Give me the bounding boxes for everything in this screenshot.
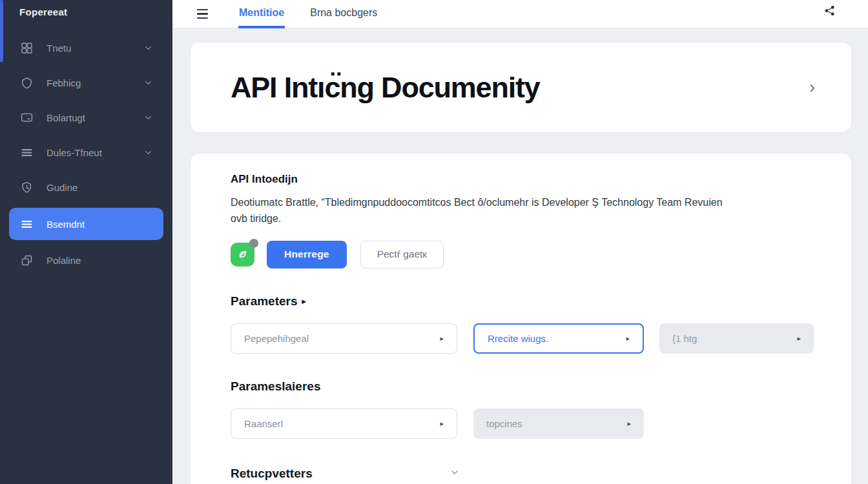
sidebar-item-gudine[interactable]: Gudine xyxy=(9,173,163,201)
sidebar-item-polaline[interactable]: Polaline xyxy=(9,246,163,274)
returns-section-header[interactable]: Retucpvetters xyxy=(231,467,460,481)
triangle-right-icon: ▸ xyxy=(440,419,444,428)
sidebar-item-label: Gudine xyxy=(46,182,78,193)
clock-badge-icon xyxy=(19,180,34,194)
chevron-down-icon xyxy=(143,78,153,88)
triangle-right-icon: ▸ xyxy=(440,334,444,343)
chevron-down-icon[interactable] xyxy=(450,467,460,480)
description-line-2: ovb tiridge. xyxy=(231,213,281,224)
action-row: Hnerrege Pectŕ gaetк xyxy=(231,241,814,268)
sidebar-item-label: Tnetu xyxy=(46,43,71,54)
grid-icon xyxy=(19,41,34,55)
sidebar-nav: Tnetu Febhicg Bolartugt xyxy=(0,34,172,274)
parameters-heading: Parameters ▸ xyxy=(231,294,814,308)
dropdown-row-1: Pepepehihgeal ▸ Rrecite wiugs. ▸ {1 htg … xyxy=(231,323,814,354)
sidebar-item-tnetu[interactable]: Tnetu xyxy=(9,34,163,62)
section-title: API Intoedijn xyxy=(231,173,814,186)
parameters2-heading: Parameslaieres xyxy=(231,379,814,394)
menu-lines-icon xyxy=(19,145,34,159)
tab-bar: Mentitioe Brna bocbgers xyxy=(238,0,402,28)
sidebar: Fopereeat Tnetu Febhicg Bolartugt xyxy=(0,0,172,484)
app-title: Fopereeat xyxy=(0,4,172,17)
top-bar: Mentitioe Brna bocbgers xyxy=(172,0,868,28)
shield-icon xyxy=(19,76,34,90)
dropdown-raanserl[interactable]: Raanserl ▸ xyxy=(231,408,457,439)
green-leaf-app-icon xyxy=(231,243,254,267)
chevron-down-icon xyxy=(143,113,153,123)
sidebar-item-label: Bsemdnt xyxy=(46,219,85,230)
dropdown-rrecite-wiugs-focused[interactable]: Rrecite wiugs. ▸ xyxy=(473,323,644,354)
notification-dot-badge xyxy=(249,239,258,248)
sidebar-item-label: Bolartugt xyxy=(46,112,85,123)
page-title: API Intıc̈ng Documenity xyxy=(231,71,805,105)
chevron-down-icon xyxy=(143,43,153,53)
sidebar-item-bolartugt[interactable]: Bolartugt xyxy=(9,103,163,132)
menu-lines-icon xyxy=(19,217,34,231)
triangle-right-icon: ▸ xyxy=(302,297,306,306)
sidebar-item-label: Febhicg xyxy=(46,77,81,88)
api-doc-card: API Intoedijn Deotiumatc Brattle, “Tbled… xyxy=(191,154,851,484)
sidebar-item-dules-tfneut[interactable]: Dules-Tfneut xyxy=(9,138,163,166)
hamburger-menu-icon[interactable] xyxy=(197,9,208,19)
sidebar-item-febhicg[interactable]: Febhicg xyxy=(9,68,163,97)
sidebar-item-bsemdnt-selected[interactable]: Bsemdnt xyxy=(9,208,163,240)
monitor-icon xyxy=(19,110,34,125)
chevron-down-icon xyxy=(143,148,153,157)
returns-heading: Retucpvetters xyxy=(231,467,313,481)
content-scroll-area[interactable]: API Intıc̈ng Documenity › API Intoedijn … xyxy=(172,28,868,484)
dropdown-pepepehihgeal[interactable]: Pepepehihgeal ▸ xyxy=(231,323,457,354)
triangle-right-icon: ▸ xyxy=(797,334,801,343)
dropdown-row-2: Raanserl ▸ topcines ▸ xyxy=(231,408,814,439)
chevron-right-icon[interactable]: › xyxy=(805,79,819,96)
copy-pages-icon xyxy=(19,253,34,267)
secondary-action-button[interactable]: Pectŕ gaetк xyxy=(360,241,444,268)
sidebar-item-label: Polaline xyxy=(46,255,81,266)
section-description: Deotiumatc Brattle, “Tbledimgnpuddoocomt… xyxy=(231,194,814,227)
triangle-right-icon: ▸ xyxy=(626,334,630,343)
dropdown-1-htg-disabled[interactable]: {1 htg ▸ xyxy=(659,323,814,354)
primary-action-button[interactable]: Hnerrege xyxy=(267,241,347,268)
description-line-1: Deotiumatc Brattle, “Tbledimgnpuddoocomt… xyxy=(231,197,723,208)
page-header-card: API Intıc̈ng Documenity › xyxy=(191,43,851,132)
main-area: Mentitioe Brna bocbgers API Intıc̈ng Doc… xyxy=(172,0,868,484)
triangle-right-icon: ▸ xyxy=(627,419,631,428)
tab-brna-bocbgers[interactable]: Brna bocbgers xyxy=(309,0,378,28)
tab-mentitioe[interactable]: Mentitioe xyxy=(238,0,285,28)
sidebar-accent-strip xyxy=(0,0,3,62)
share-icon[interactable] xyxy=(823,5,836,19)
dropdown-topcines-disabled[interactable]: topcines ▸ xyxy=(473,408,644,439)
sidebar-item-label: Dules-Tfneut xyxy=(46,147,102,158)
